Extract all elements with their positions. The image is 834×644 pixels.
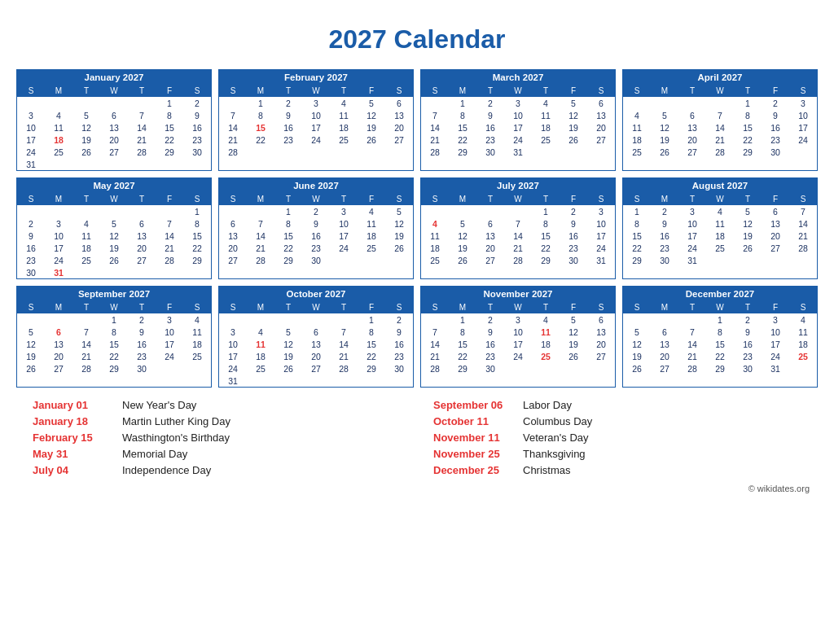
cal-day: 21 <box>421 350 449 362</box>
cal-day <box>587 146 615 158</box>
cal-day <box>734 254 762 266</box>
cal-day: 9 <box>274 109 302 121</box>
cal-day: 17 <box>504 121 532 134</box>
cal-day <box>560 266 587 269</box>
cal-day: 18 <box>623 134 651 146</box>
cal-day: 6 <box>385 97 413 109</box>
cal-day: 25 <box>421 254 449 266</box>
cal-day <box>421 375 449 377</box>
calendars-grid: January 2027SMTWTFS123456789101112131415… <box>16 69 818 388</box>
cal-day: 26 <box>623 362 651 375</box>
cal-day: 14 <box>219 121 247 134</box>
cal-day: 1 <box>623 205 651 217</box>
cal-day: 9 <box>762 109 789 121</box>
day-header: S <box>587 193 615 205</box>
cal-day: 9 <box>560 217 587 230</box>
cal-day <box>274 146 302 158</box>
day-header: T <box>330 85 358 97</box>
cal-day: 28 <box>421 146 449 158</box>
cal-day <box>678 375 706 377</box>
cal-day: 10 <box>762 326 789 338</box>
cal-day: 7 <box>706 109 734 121</box>
day-header: W <box>706 301 734 313</box>
day-header: S <box>219 301 247 313</box>
cal-day: 27 <box>385 134 413 146</box>
cal-day: 14 <box>156 230 183 242</box>
cal-day: 2 <box>651 205 678 217</box>
cal-day: 20 <box>219 242 247 254</box>
cal-day: 9 <box>302 217 330 230</box>
cal-day <box>532 375 560 377</box>
cal-day: 10 <box>678 217 706 230</box>
cal-day: 29 <box>623 254 651 266</box>
cal-day: 4 <box>72 217 100 230</box>
cal-day: 16 <box>128 338 156 350</box>
cal-day: 9 <box>476 109 504 121</box>
cal-day <box>17 205 45 217</box>
cal-day: 26 <box>72 146 100 158</box>
cal-day: 1 <box>247 97 274 109</box>
day-header: M <box>45 301 72 313</box>
cal-day: 26 <box>274 362 302 375</box>
cal-day <box>72 266 100 278</box>
cal-day: 19 <box>734 230 762 242</box>
cal-day: 2 <box>385 313 413 326</box>
cal-day: 24 <box>156 350 183 362</box>
cal-day <box>358 158 385 160</box>
cal-day <box>274 375 302 387</box>
cal-day <box>274 158 302 160</box>
cal-day <box>274 313 302 326</box>
cal-day: 4 <box>421 217 449 230</box>
cal-day: 5 <box>72 109 100 121</box>
cal-day: 19 <box>100 242 128 254</box>
cal-day: 1 <box>449 97 476 109</box>
holiday-row: December 25Christmas <box>433 464 801 476</box>
cal-day: 16 <box>17 242 45 254</box>
cal-day: 18 <box>72 242 100 254</box>
cal-day: 29 <box>274 254 302 266</box>
cal-day: 9 <box>476 326 504 338</box>
cal-day: 18 <box>421 242 449 254</box>
cal-day <box>678 158 706 160</box>
cal-day: 24 <box>219 362 247 375</box>
cal-day: 2 <box>302 205 330 217</box>
day-header: S <box>385 301 413 313</box>
cal-day: 5 <box>17 326 45 338</box>
cal-day: 7 <box>156 217 183 230</box>
day-header: S <box>789 85 817 97</box>
cal-day <box>302 313 330 326</box>
cal-day: 17 <box>17 134 45 146</box>
holiday-row: January 18Martin Luther King Day <box>33 415 401 427</box>
cal-day <box>706 254 734 266</box>
cal-day <box>385 266 413 269</box>
cal-day <box>532 266 560 269</box>
cal-day: 15 <box>734 121 762 134</box>
cal-day: 28 <box>128 146 156 158</box>
cal-day <box>789 158 817 160</box>
cal-day: 16 <box>385 338 413 350</box>
cal-day <box>219 205 247 217</box>
cal-day <box>330 375 358 387</box>
cal-day: 21 <box>156 242 183 254</box>
cal-day: 23 <box>302 242 330 254</box>
day-header: M <box>651 301 678 313</box>
cal-day: 7 <box>247 217 274 230</box>
cal-day <box>247 158 274 160</box>
cal-table: SMTWTFS123456789101112131415161718192021… <box>17 85 211 170</box>
cal-day: 28 <box>330 362 358 375</box>
cal-day: 11 <box>789 326 817 338</box>
cal-day <box>247 205 274 217</box>
cal-day: 25 <box>183 350 211 362</box>
cal-day: 20 <box>587 121 615 134</box>
day-header: W <box>504 193 532 205</box>
cal-day <box>651 97 678 109</box>
cal-day: 11 <box>72 230 100 242</box>
cal-day <box>421 266 449 269</box>
cal-day: 6 <box>219 217 247 230</box>
cal-day: 3 <box>302 97 330 109</box>
day-header: T <box>734 301 762 313</box>
cal-day: 8 <box>449 109 476 121</box>
day-header: S <box>421 85 449 97</box>
cal-day: 18 <box>532 338 560 350</box>
cal-day: 19 <box>560 121 587 134</box>
